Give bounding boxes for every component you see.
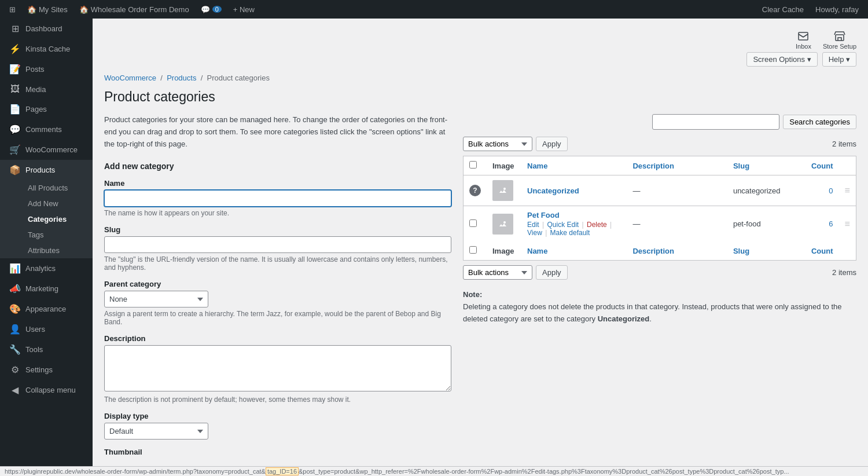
top-bar-right: Clear Cache Howdy, rafay: [757, 0, 863, 19]
breadcrumb-woocommerce[interactable]: WooCommerce: [104, 74, 156, 82]
display-type-select[interactable]: Default Products Subcategories Both: [104, 423, 208, 440]
breadcrumb-current: Product categories: [207, 74, 270, 82]
reorder-icon-2[interactable]: ≡: [845, 219, 850, 229]
comments-link[interactable]: 💬 0: [196, 0, 226, 19]
clear-cache-button[interactable]: Clear Cache: [757, 0, 808, 19]
row1-count-link[interactable]: 0: [829, 186, 833, 195]
note-text: Deleting a category does not delete the …: [463, 302, 842, 323]
slug-field: Slug The "slug" is the URL-friendly vers…: [104, 225, 451, 272]
row2-name-link[interactable]: Pet Food: [527, 211, 560, 219]
bulk-actions-select-bottom[interactable]: Bulk actions: [463, 265, 532, 280]
my-sites-menu[interactable]: 🏠 My Sites: [23, 0, 72, 19]
footer-slug[interactable]: Slug: [727, 241, 803, 261]
name-hint: The name is how it appears on your site.: [104, 209, 451, 217]
note-end: .: [649, 314, 652, 323]
left-panel: Product categories for your store can be…: [104, 114, 451, 464]
question-icon[interactable]: ?: [469, 185, 481, 196]
pages-icon: 📄: [9, 104, 21, 115]
sidebar-collapse-menu[interactable]: ◀ Collapse menu: [0, 380, 93, 400]
header-order: [839, 156, 856, 175]
inbox-button[interactable]: Inbox: [796, 30, 811, 50]
sidebar-item-dashboard[interactable]: ⊞ Dashboard: [0, 19, 93, 39]
wp-logo[interactable]: ⊞: [5, 0, 20, 19]
sidebar-item-pages[interactable]: 📄 Pages: [0, 99, 93, 119]
select-all-checkbox-bottom[interactable]: [469, 246, 477, 254]
select-all-checkbox-top[interactable]: [469, 161, 477, 169]
howdy-menu[interactable]: Howdy, rafay: [811, 0, 863, 19]
header-description[interactable]: Description: [627, 156, 727, 175]
search-box: Search categories: [463, 114, 856, 130]
help-button[interactable]: Help ▾: [822, 52, 856, 67]
footer-description[interactable]: Description: [627, 241, 727, 261]
row2-quick-edit-link[interactable]: Quick Edit: [547, 221, 579, 229]
sidebar-item-tags[interactable]: Tags: [21, 227, 93, 243]
row2-edit-link[interactable]: Edit: [527, 221, 539, 229]
name-field: Name The name is how it appears on your …: [104, 179, 451, 217]
sidebar-item-settings[interactable]: ⚙ Settings: [0, 360, 93, 380]
sidebar-item-users[interactable]: 👤 Users: [0, 319, 93, 339]
name-input[interactable]: [104, 190, 451, 207]
search-input[interactable]: [652, 114, 779, 130]
sidebar-item-all-products[interactable]: All Products: [21, 180, 93, 196]
footer-count[interactable]: Count: [803, 241, 838, 261]
display-type-field: Display type Default Products Subcategor…: [104, 412, 451, 440]
categories-table: Image Name Description Slug Count ?: [463, 156, 856, 261]
sidebar-products-submenu: All Products Add New Categories Tags Att…: [0, 180, 93, 258]
header-name[interactable]: Name: [521, 156, 627, 175]
description-textarea[interactable]: [104, 345, 451, 391]
reorder-icon[interactable]: ≡: [845, 185, 850, 195]
row2-delete-link[interactable]: Delete: [587, 221, 607, 229]
sidebar-item-marketing[interactable]: 📣 Marketing: [0, 279, 93, 299]
row1-name-link[interactable]: Uncategorized: [527, 186, 579, 195]
posts-icon: 📝: [9, 64, 21, 75]
row2-view-link[interactable]: View: [527, 229, 542, 237]
sidebar-item-add-new[interactable]: Add New: [21, 196, 93, 211]
sidebar-item-media[interactable]: 🖼 Media: [0, 79, 93, 99]
svg-point-3: [503, 188, 506, 190]
bulk-actions-top: Bulk actions Apply: [463, 137, 568, 151]
header-image: Image: [487, 156, 521, 175]
sidebar-item-appearance[interactable]: 🎨 Appearance: [0, 299, 93, 319]
sidebar-item-tools[interactable]: 🔧 Tools: [0, 339, 93, 360]
woocommerce-icon: 🛒: [9, 144, 21, 155]
slug-input[interactable]: [104, 236, 451, 253]
row2-checkbox[interactable]: [469, 219, 477, 227]
sidebar-item-attributes[interactable]: Attributes: [21, 243, 93, 258]
add-category-title: Add new category: [104, 162, 451, 171]
parent-category-select[interactable]: None: [104, 291, 208, 307]
sidebar-item-products[interactable]: 📦 Products: [0, 160, 93, 180]
row2-make-default-link[interactable]: Make default: [550, 229, 590, 237]
store-setup-button[interactable]: Store Setup: [823, 30, 856, 50]
sidebar-item-woocommerce[interactable]: 🛒 WooCommerce: [0, 140, 93, 160]
header-count[interactable]: Count: [803, 156, 838, 175]
page-title: Product categories: [104, 89, 856, 105]
sidebar-item-kinsta-cache[interactable]: ⚡ Kinsta Cache: [0, 39, 93, 59]
row1-count-cell: 0: [803, 175, 838, 206]
bulk-actions-select-top[interactable]: Bulk actions: [463, 137, 532, 151]
footer-name[interactable]: Name: [521, 241, 627, 261]
screen-options-button[interactable]: Screen Options ▾: [746, 52, 817, 67]
search-categories-button[interactable]: Search categories: [783, 115, 856, 129]
description-hint: The description is not prominent by defa…: [104, 396, 451, 404]
footer-image: Image: [487, 241, 521, 261]
sidebar-item-comments[interactable]: 💬 Comments: [0, 119, 93, 140]
new-menu[interactable]: + New: [229, 0, 259, 19]
main-content: Inbox Store Setup Screen Options ▾ Help …: [93, 19, 868, 476]
media-icon: 🖼: [9, 84, 21, 94]
status-url: https://pluginrepublic.dev/wholesale-ord…: [5, 467, 789, 475]
sidebar-item-analytics[interactable]: 📊 Analytics: [0, 258, 93, 279]
row2-count-link[interactable]: 6: [829, 219, 833, 228]
row2-image-cell: [487, 206, 521, 242]
header-slug[interactable]: Slug: [727, 156, 803, 175]
name-label: Name: [104, 179, 451, 188]
row1-checkbox-cell: ?: [464, 175, 487, 206]
apply-button-bottom[interactable]: Apply: [536, 265, 568, 280]
site-name-link[interactable]: 🏠 Wholesale Order Form Demo: [75, 0, 194, 19]
row2-checkbox-cell: [464, 206, 487, 242]
note-section: Note: Deleting a category does not delet…: [463, 289, 856, 325]
sidebar-item-posts[interactable]: 📝 Posts: [0, 59, 93, 79]
breadcrumb-products[interactable]: Products: [167, 74, 196, 82]
apply-button-top[interactable]: Apply: [536, 137, 568, 151]
table-toolbar-top: Bulk actions Apply 2 items: [463, 137, 856, 151]
sidebar-item-categories[interactable]: Categories: [21, 211, 93, 227]
